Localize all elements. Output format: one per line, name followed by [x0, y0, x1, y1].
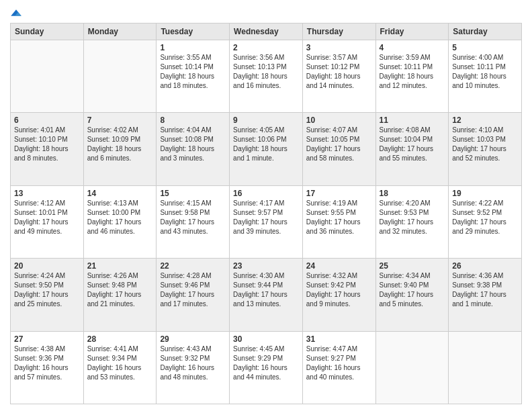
- day-info: Sunrise: 4:38 AM Sunset: 9:36 PM Dayligh…: [14, 345, 80, 382]
- days-row: Sunday Monday Tuesday Wednesday Thursday…: [11, 24, 522, 40]
- cell-w1-d4: 2Sunrise: 3:56 AM Sunset: 10:13 PM Dayli…: [230, 40, 303, 113]
- day-number: 18: [380, 189, 445, 198]
- header: [10, 7, 522, 19]
- day-number: 12: [452, 116, 518, 125]
- logo-icon: [10, 7, 22, 19]
- day-info: Sunrise: 4:26 AM Sunset: 9:48 PM Dayligh…: [87, 271, 153, 309]
- day-info: Sunrise: 4:43 AM Sunset: 9:32 PM Dayligh…: [160, 345, 226, 382]
- cell-w4-d3: 22Sunrise: 4:28 AM Sunset: 9:46 PM Dayli…: [157, 259, 230, 331]
- cell-w4-d6: 25Sunrise: 4:34 AM Sunset: 9:40 PM Dayli…: [375, 259, 449, 331]
- day-info: Sunrise: 4:13 AM Sunset: 10:00 PM Daylig…: [87, 199, 153, 236]
- day-number: 19: [452, 189, 518, 198]
- day-info: Sunrise: 4:07 AM Sunset: 10:05 PM Daylig…: [306, 126, 372, 163]
- day-number: 26: [452, 261, 518, 271]
- day-info: Sunrise: 4:08 AM Sunset: 10:04 PM Daylig…: [380, 126, 445, 163]
- cell-w1-d3: 1Sunrise: 3:55 AM Sunset: 10:14 PM Dayli…: [157, 40, 230, 113]
- day-info: Sunrise: 4:12 AM Sunset: 10:01 PM Daylig…: [14, 199, 80, 236]
- week-row-4: 20Sunrise: 4:24 AM Sunset: 9:50 PM Dayli…: [11, 259, 522, 331]
- day-number: 2: [233, 43, 299, 52]
- cell-w5-d1: 27Sunrise: 4:38 AM Sunset: 9:36 PM Dayli…: [11, 331, 84, 404]
- day-info: Sunrise: 4:05 AM Sunset: 10:06 PM Daylig…: [233, 126, 299, 163]
- day-number: 9: [233, 116, 299, 125]
- day-info: Sunrise: 3:57 AM Sunset: 10:12 PM Daylig…: [306, 53, 372, 91]
- cell-w3-d5: 17Sunrise: 4:19 AM Sunset: 9:55 PM Dayli…: [302, 185, 375, 258]
- col-tuesday: Tuesday: [157, 24, 230, 40]
- day-number: 4: [380, 43, 445, 52]
- cell-w2-d1: 6Sunrise: 4:01 AM Sunset: 10:10 PM Dayli…: [11, 113, 84, 185]
- cell-w5-d2: 28Sunrise: 4:41 AM Sunset: 9:34 PM Dayli…: [83, 331, 157, 404]
- cell-w4-d7: 26Sunrise: 4:36 AM Sunset: 9:38 PM Dayli…: [449, 259, 522, 331]
- day-number: 25: [380, 261, 445, 271]
- day-number: 20: [14, 261, 80, 271]
- cell-w1-d1: [11, 40, 84, 113]
- col-friday: Friday: [375, 24, 449, 40]
- day-number: 8: [160, 116, 226, 125]
- cell-w5-d7: [449, 331, 522, 404]
- cell-w1-d5: 3Sunrise: 3:57 AM Sunset: 10:12 PM Dayli…: [302, 40, 375, 113]
- day-number: 21: [87, 261, 153, 271]
- day-info: Sunrise: 4:22 AM Sunset: 9:52 PM Dayligh…: [452, 199, 518, 236]
- week-row-3: 13Sunrise: 4:12 AM Sunset: 10:01 PM Dayl…: [11, 185, 522, 258]
- day-info: Sunrise: 4:47 AM Sunset: 9:27 PM Dayligh…: [306, 345, 372, 382]
- day-info: Sunrise: 4:00 AM Sunset: 10:11 PM Daylig…: [452, 53, 518, 91]
- day-number: 31: [306, 334, 372, 344]
- cell-w4-d4: 23Sunrise: 4:30 AM Sunset: 9:44 PM Dayli…: [230, 259, 303, 331]
- cell-w4-d5: 24Sunrise: 4:32 AM Sunset: 9:42 PM Dayli…: [302, 259, 375, 331]
- day-info: Sunrise: 4:02 AM Sunset: 10:09 PM Daylig…: [87, 126, 153, 163]
- week-row-5: 27Sunrise: 4:38 AM Sunset: 9:36 PM Dayli…: [11, 331, 522, 404]
- cell-w2-d6: 11Sunrise: 4:08 AM Sunset: 10:04 PM Dayl…: [375, 113, 449, 185]
- cell-w3-d1: 13Sunrise: 4:12 AM Sunset: 10:01 PM Dayl…: [11, 185, 84, 258]
- day-info: Sunrise: 4:30 AM Sunset: 9:44 PM Dayligh…: [233, 271, 299, 309]
- day-number: 14: [87, 189, 153, 198]
- day-number: 1: [160, 43, 226, 52]
- day-number: 30: [233, 334, 299, 344]
- col-sunday: Sunday: [11, 24, 84, 40]
- col-wednesday: Wednesday: [230, 24, 303, 40]
- day-number: 27: [14, 334, 80, 344]
- day-info: Sunrise: 4:17 AM Sunset: 9:57 PM Dayligh…: [233, 199, 299, 236]
- col-monday: Monday: [83, 24, 157, 40]
- cell-w2-d2: 7Sunrise: 4:02 AM Sunset: 10:09 PM Dayli…: [83, 113, 157, 185]
- logo: [10, 7, 24, 19]
- day-info: Sunrise: 4:34 AM Sunset: 9:40 PM Dayligh…: [380, 271, 445, 309]
- cell-w5-d6: [375, 331, 449, 404]
- week-row-2: 6Sunrise: 4:01 AM Sunset: 10:10 PM Dayli…: [11, 113, 522, 185]
- day-info: Sunrise: 3:55 AM Sunset: 10:14 PM Daylig…: [160, 53, 226, 91]
- day-info: Sunrise: 3:56 AM Sunset: 10:13 PM Daylig…: [233, 53, 299, 91]
- day-number: 10: [306, 116, 372, 125]
- page: Sunday Monday Tuesday Wednesday Thursday…: [0, 0, 532, 411]
- day-number: 7: [87, 116, 153, 125]
- cell-w2-d7: 12Sunrise: 4:10 AM Sunset: 10:03 PM Dayl…: [449, 113, 522, 185]
- cell-w3-d3: 15Sunrise: 4:15 AM Sunset: 9:58 PM Dayli…: [157, 185, 230, 258]
- cell-w2-d5: 10Sunrise: 4:07 AM Sunset: 10:05 PM Dayl…: [302, 113, 375, 185]
- day-info: Sunrise: 4:20 AM Sunset: 9:53 PM Dayligh…: [380, 199, 445, 236]
- day-number: 11: [380, 116, 445, 125]
- day-info: Sunrise: 4:24 AM Sunset: 9:50 PM Dayligh…: [14, 271, 80, 309]
- day-number: 22: [160, 261, 226, 271]
- day-info: Sunrise: 4:15 AM Sunset: 9:58 PM Dayligh…: [160, 199, 226, 236]
- cell-w2-d3: 8Sunrise: 4:04 AM Sunset: 10:08 PM Dayli…: [157, 113, 230, 185]
- cell-w4-d1: 20Sunrise: 4:24 AM Sunset: 9:50 PM Dayli…: [11, 259, 84, 331]
- cell-w1-d7: 5Sunrise: 4:00 AM Sunset: 10:11 PM Dayli…: [449, 40, 522, 113]
- day-number: 28: [87, 334, 153, 344]
- day-info: Sunrise: 4:19 AM Sunset: 9:55 PM Dayligh…: [306, 199, 372, 236]
- day-number: 6: [14, 116, 80, 125]
- day-number: 16: [233, 189, 299, 198]
- day-info: Sunrise: 4:04 AM Sunset: 10:08 PM Daylig…: [160, 126, 226, 163]
- day-info: Sunrise: 4:45 AM Sunset: 9:29 PM Dayligh…: [233, 345, 299, 382]
- day-number: 15: [160, 189, 226, 198]
- week-row-1: 1Sunrise: 3:55 AM Sunset: 10:14 PM Dayli…: [11, 40, 522, 113]
- cell-w3-d4: 16Sunrise: 4:17 AM Sunset: 9:57 PM Dayli…: [230, 185, 303, 258]
- cell-w1-d2: [83, 40, 157, 113]
- day-info: Sunrise: 4:28 AM Sunset: 9:46 PM Dayligh…: [160, 271, 226, 309]
- day-info: Sunrise: 4:32 AM Sunset: 9:42 PM Dayligh…: [306, 271, 372, 309]
- calendar-table: Sunday Monday Tuesday Wednesday Thursday…: [10, 23, 522, 404]
- day-number: 17: [306, 189, 372, 198]
- day-info: Sunrise: 4:01 AM Sunset: 10:10 PM Daylig…: [14, 126, 80, 163]
- day-number: 5: [452, 43, 518, 52]
- cell-w5-d4: 30Sunrise: 4:45 AM Sunset: 9:29 PM Dayli…: [230, 331, 303, 404]
- day-info: Sunrise: 4:36 AM Sunset: 9:38 PM Dayligh…: [452, 271, 518, 309]
- cell-w5-d3: 29Sunrise: 4:43 AM Sunset: 9:32 PM Dayli…: [157, 331, 230, 404]
- calendar-body: 1Sunrise: 3:55 AM Sunset: 10:14 PM Dayli…: [11, 40, 522, 404]
- day-info: Sunrise: 4:10 AM Sunset: 10:03 PM Daylig…: [452, 126, 518, 163]
